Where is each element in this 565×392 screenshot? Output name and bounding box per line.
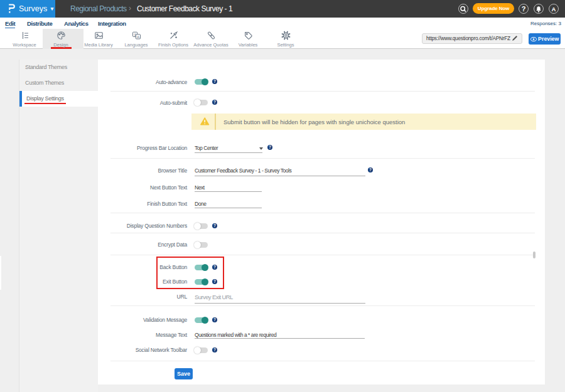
svg-text:A: A [137,35,139,39]
